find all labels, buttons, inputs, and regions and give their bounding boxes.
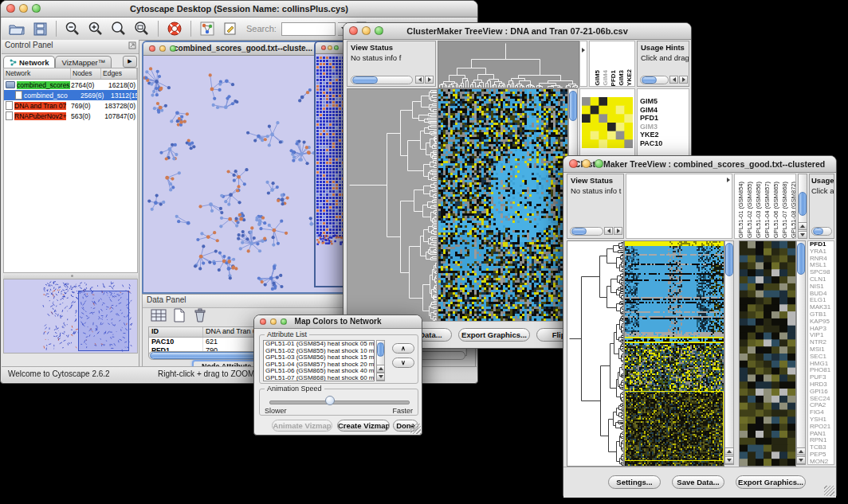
- minimize-icon[interactable]: [19, 4, 28, 13]
- scrollbar-thumb[interactable]: [352, 76, 378, 84]
- vizmapper-button[interactable]: [197, 19, 218, 38]
- heatmap-vscrollbar[interactable]: [724, 240, 734, 465]
- gene-label[interactable]: SEC24: [808, 396, 834, 403]
- network-list-row[interactable]: combined_scores2764(0)16218(0): [4, 80, 137, 90]
- zoom-window-icon[interactable]: [595, 159, 603, 168]
- splitter-arrow-icon[interactable]: [727, 178, 730, 182]
- scroll-down-button[interactable]: [724, 456, 734, 464]
- gene-label[interactable]: HAP3: [808, 326, 834, 333]
- scroll-up-button[interactable]: [796, 447, 806, 455]
- scrollbar-thumb[interactable]: [642, 76, 657, 84]
- gene-label[interactable]: CLN1: [808, 276, 834, 283]
- column-label[interactable]: GIM4: [602, 70, 609, 86]
- zoom-out-button[interactable]: [62, 19, 83, 38]
- move-up-button[interactable]: ∧: [392, 343, 414, 354]
- row-label[interactable]: YKE2: [638, 131, 689, 139]
- scroll-down-button[interactable]: [796, 456, 806, 464]
- gene-label[interactable]: SPC98: [808, 269, 834, 276]
- animate-vizmap-button[interactable]: Animate Vizmap: [272, 420, 332, 432]
- scrollbar-thumb[interactable]: [725, 243, 733, 276]
- column-label[interactable]: PFD1: [610, 70, 617, 86]
- column-label[interactable]: GPL51-04 (GSM857): [764, 182, 771, 238]
- zoom-window-icon[interactable]: [170, 45, 176, 52]
- column-label[interactable]: GIM5: [594, 70, 601, 86]
- gene-label[interactable]: PHO81: [808, 367, 834, 374]
- column-label[interactable]: GPL51-01 (GSM854): [737, 182, 744, 238]
- gene-label[interactable]: RPN1: [808, 437, 834, 444]
- gene-label[interactable]: HMG1: [808, 361, 834, 368]
- gene-label[interactable]: MSL1: [808, 262, 834, 269]
- scroll-up-button[interactable]: [376, 365, 385, 373]
- settings-button[interactable]: Settings...: [608, 475, 661, 489]
- overview-viewport-rect[interactable]: [78, 291, 129, 351]
- row-label[interactable]: PFD1: [638, 114, 689, 123]
- tab-overflow-button[interactable]: ▶: [123, 56, 137, 68]
- scrollbar-thumb[interactable]: [569, 91, 577, 121]
- column-label[interactable]: GPL51-03 (GSM856): [755, 182, 762, 238]
- resize-grip[interactable]: [824, 486, 834, 496]
- annotation-button[interactable]: [220, 19, 241, 38]
- close-icon[interactable]: [6, 4, 15, 13]
- col-header-edges[interactable]: Edges: [101, 68, 137, 79]
- scrollbar-thumb[interactable]: [571, 228, 587, 235]
- minimize-icon[interactable]: [270, 318, 277, 325]
- network-window-title-bar[interactable]: combined_scores_good.txt--cluste...: [143, 42, 343, 56]
- network-overview-panel[interactable]: [3, 279, 138, 354]
- column-label[interactable]: GIM3: [618, 70, 625, 86]
- heatmap-canvas[interactable]: [438, 88, 568, 322]
- dialog-title-bar[interactable]: Map Colors to Network: [254, 315, 422, 329]
- scrollbar-thumb[interactable]: [813, 228, 823, 235]
- export-graphics-button[interactable]: Export Graphics...: [736, 475, 806, 489]
- view-status-hscrollbar[interactable]: [351, 76, 413, 84]
- gene-label[interactable]: GPI16: [808, 389, 834, 396]
- zoom-window-icon[interactable]: [281, 318, 287, 325]
- gene-label[interactable]: KAP95: [808, 318, 834, 326]
- scroll-left-button[interactable]: [604, 227, 613, 235]
- save-session-button[interactable]: [29, 19, 50, 38]
- gene-label[interactable]: BUD4: [808, 291, 834, 298]
- attribute-list-vscrollbar[interactable]: [376, 340, 385, 381]
- gene-label[interactable]: NIS1: [808, 283, 834, 291]
- network-list-row[interactable]: combined_sco2569(6)13112(15): [4, 90, 137, 100]
- tab-vizmapper[interactable]: VizMapper™: [55, 56, 112, 68]
- network-table-header[interactable]: Network Nodes Edges: [4, 68, 137, 80]
- splitter-strip[interactable]: [579, 41, 587, 87]
- view-status-hscrollbar[interactable]: [570, 227, 603, 236]
- zoom-selected-button[interactable]: [108, 19, 129, 38]
- resize-grip[interactable]: [410, 424, 421, 434]
- scroll-down-button[interactable]: [376, 373, 385, 381]
- network-overview-button[interactable]: [164, 19, 185, 38]
- row-label[interactable]: GIM3: [638, 123, 689, 131]
- column-label[interactable]: GPL51-08 (GSM872): [790, 182, 796, 238]
- network-window-title-bar[interactable]: [316, 42, 345, 54]
- column-labels-vscrollbar[interactable]: [798, 174, 807, 239]
- col-header-network[interactable]: Network: [4, 68, 71, 79]
- col-header-nodes[interactable]: Nodes: [71, 68, 101, 79]
- scrollbar-thumb[interactable]: [799, 192, 807, 216]
- search-input[interactable]: [281, 22, 336, 36]
- network-canvas-dense[interactable]: [316, 54, 345, 287]
- gene-label[interactable]: PUF3: [808, 374, 834, 381]
- main-title-bar[interactable]: Cytoscape Desktop (Session Name: collins…: [1, 1, 477, 18]
- treeview1-title-bar[interactable]: ClusterMaker TreeView : DNA and Tran 07-…: [344, 23, 691, 40]
- gene-label[interactable]: VIP1: [808, 332, 834, 339]
- column-label[interactable]: GPL51-06 (GSM865): [772, 182, 779, 238]
- column-label[interactable]: GPL51-07 (GSM868): [781, 182, 788, 238]
- zoom-in-button[interactable]: [85, 19, 106, 38]
- correlation-matrix-canvas[interactable]: [582, 97, 633, 148]
- scroll-up-button[interactable]: [724, 447, 734, 455]
- open-session-button[interactable]: [6, 19, 27, 38]
- usage-hscrollbar[interactable]: [640, 76, 669, 84]
- scroll-right-button[interactable]: [679, 76, 688, 84]
- export-graphics-button[interactable]: Export Graphics...: [458, 328, 530, 342]
- column-label[interactable]: GPL51-02 (GSM855): [746, 182, 753, 238]
- row-label[interactable]: GIM5: [638, 97, 689, 106]
- delete-attribute-button[interactable]: [190, 307, 210, 324]
- gene-label[interactable]: PEP5: [808, 451, 834, 459]
- save-data-button[interactable]: Save Data...: [672, 475, 724, 489]
- gene-label[interactable]: CPA2: [808, 402, 834, 409]
- zoom-window-icon[interactable]: [334, 45, 339, 50]
- scroll-right-button[interactable]: [425, 76, 434, 84]
- gene-label[interactable]: YSH1: [808, 416, 834, 424]
- scroll-left-button[interactable]: [415, 76, 424, 84]
